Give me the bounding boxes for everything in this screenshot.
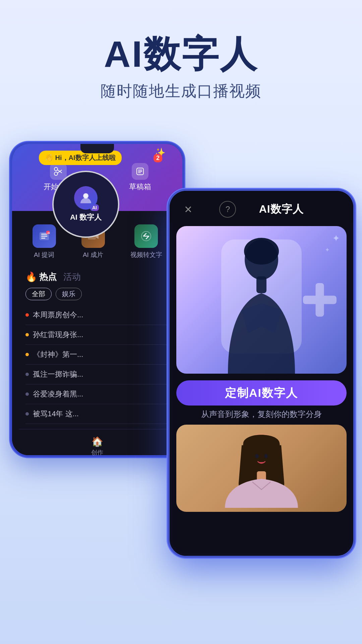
nav-create[interactable]: 🏠 创作 (91, 436, 103, 455)
svg-point-21 (255, 454, 259, 458)
close-button[interactable]: ✕ (180, 201, 196, 218)
home-icon: 🏠 (92, 436, 103, 447)
customize-subtitle: 从声音到形象，复刻你的数字分身 (170, 409, 353, 420)
page-header: AI数字人 随时随地生成口播视频 (0, 0, 362, 122)
back-phone: 👋 Hi，AI数字人上线啦 ✨ (10, 142, 184, 457)
news-item[interactable]: 孙红雷现身张... (25, 325, 169, 345)
back-top-bar: 👋 Hi，AI数字人上线啦 ✨ (12, 144, 182, 211)
customize-btn-label: 定制AI数字人 (225, 385, 298, 401)
main-title: AI数字人 (0, 34, 362, 74)
ai-circle-label: AI 数字人 (70, 212, 102, 222)
hot-tab-label: 热点 (39, 271, 57, 283)
back-phone-notch (80, 144, 114, 153)
video-card (176, 425, 347, 512)
filter-all-label: 全部 (32, 290, 45, 298)
hot-section: 🔥 热点 活动 全部 娱乐 (19, 266, 176, 429)
filter-row: 全部 娱乐 (25, 288, 169, 300)
activity-tab-label: 活动 (63, 272, 81, 282)
woman-svg (176, 425, 347, 512)
draft-icon (132, 163, 148, 180)
back-phone-inner: 👋 Hi，AI数字人上线啦 ✨ (12, 144, 182, 455)
video-to-text-label: 视频转文字 (130, 251, 162, 259)
hot-tabs: 🔥 热点 活动 (25, 271, 169, 283)
news-text-6: 被骂14年 这... (33, 409, 79, 419)
news-dot-orange2 (25, 353, 29, 356)
news-list: 本周票房创今... 孙红雷现身张... 《封神》第一... 孤注一掷诈 (25, 305, 169, 424)
back-bottom-nav: 🏠 创作 (19, 429, 176, 455)
ai-avatar: AI (74, 186, 98, 210)
ai-video-label: AI 成片 (83, 251, 103, 259)
svg-point-18 (244, 238, 279, 265)
subtitle: 随时随地生成口播视频 (0, 81, 362, 102)
help-icon: ? (226, 205, 230, 214)
activity-tab[interactable]: 活动 (63, 271, 81, 283)
back-content: AI AI 提词 AI (12, 211, 182, 455)
avatar-card: ✦ ✦ (176, 226, 347, 374)
person-silhouette (208, 233, 315, 374)
close-icon: ✕ (184, 204, 192, 215)
filter-entertainment-label: 娱乐 (62, 290, 75, 298)
svg-text:AI: AI (47, 231, 50, 234)
svg-point-1 (54, 172, 58, 175)
svg-rect-19 (256, 276, 266, 293)
front-phone-inner: ✕ ? AI数字人 (170, 191, 353, 556)
notification-badge: 2 (154, 154, 162, 162)
news-text-4: 孤注一掷诈骗... (33, 369, 83, 379)
news-text-5: 谷爱凌身着黑... (33, 389, 83, 399)
svg-point-0 (54, 167, 58, 171)
news-text-2: 孙红雷现身张... (33, 330, 83, 340)
news-item[interactable]: 孤注一掷诈骗... (25, 365, 169, 384)
front-title: AI数字人 (259, 202, 304, 217)
tool-video-to-text[interactable]: 视频转文字 (130, 224, 162, 259)
svg-point-22 (264, 454, 268, 458)
news-item[interactable]: 本周票房创今... (25, 305, 169, 325)
filter-all[interactable]: 全部 (25, 288, 52, 300)
front-phone: ✕ ? AI数字人 (168, 189, 355, 558)
help-button[interactable]: ? (219, 201, 236, 218)
tool-ai-prompt[interactable]: AI AI 提词 (33, 224, 56, 259)
ai-circle[interactable]: AI AI 数字人 (52, 171, 119, 238)
draft-box-label: 草稿箱 (129, 182, 151, 192)
filter-entertainment[interactable]: 娱乐 (56, 288, 82, 300)
customize-button[interactable]: 定制AI数字人 (176, 380, 347, 406)
ai-prompt-icon: AI (33, 224, 56, 248)
news-text-1: 本周票房创今... (33, 310, 83, 320)
video-to-text-icon (134, 224, 158, 248)
hot-tab-active[interactable]: 🔥 热点 (25, 271, 57, 283)
phones-container: 👋 Hi，AI数字人上线啦 ✨ (0, 122, 362, 591)
news-item[interactable]: 被骂14年 这... (25, 404, 169, 424)
news-dot-red (25, 313, 29, 317)
sparkle-decoration-2: ✦ (325, 246, 330, 254)
draft-box-action[interactable]: 草稿箱 2 (129, 163, 151, 192)
scissors-icon (50, 163, 67, 180)
news-dot-orange (25, 333, 29, 336)
nav-create-label: 创作 (91, 448, 103, 455)
news-text-3: 《封神》第一... (33, 350, 83, 360)
news-dot-gray3 (25, 412, 29, 416)
back-top-actions: 开始创作 AI AI 数字人 (19, 163, 176, 192)
phone-notch (241, 191, 282, 203)
fire-icon: 🔥 (25, 271, 37, 282)
woman-figure (176, 425, 347, 512)
sparkle-decoration: ✦ (332, 233, 340, 244)
hi-bubble-text: 👋 Hi，AI数字人上线啦 (45, 153, 116, 162)
news-dot-gray (25, 373, 29, 376)
news-dot-gray2 (25, 392, 29, 396)
ai-prompt-label: AI 提词 (34, 251, 54, 259)
svg-point-5 (84, 194, 88, 198)
news-item[interactable]: 谷爱凌身着黑... (25, 384, 169, 404)
news-item[interactable]: 《封神》第一... (25, 345, 169, 365)
ai-badge: AI (90, 204, 99, 211)
